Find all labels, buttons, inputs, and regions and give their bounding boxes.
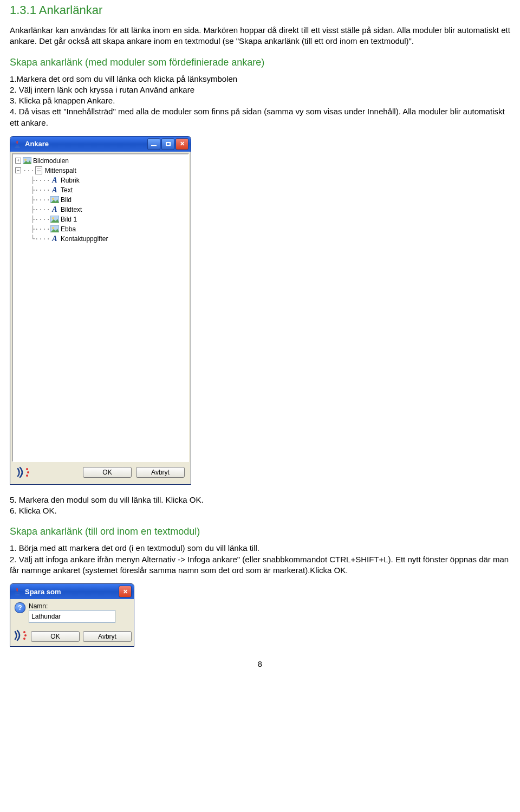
name-label: Namn: [29, 602, 131, 610]
tree-node-ebba[interactable]: ├···· Ebba [15, 224, 186, 234]
tree-label: Ebba [61, 225, 76, 233]
svg-point-6 [52, 217, 54, 219]
step-6: 6. Klicka OK. [10, 505, 510, 516]
save-as-title: Spara som [25, 588, 61, 596]
svg-point-12 [15, 594, 20, 595]
java-icon [14, 587, 22, 596]
tree-node-mittenspalt[interactable]: − ··· Mittenspalt [15, 166, 186, 176]
image-icon [50, 216, 59, 223]
collapse-toggle-icon[interactable]: − [15, 167, 21, 173]
svg-point-2 [24, 159, 27, 161]
save-as-titlebar[interactable]: Spara som ✕ [10, 584, 134, 599]
image-icon [50, 196, 59, 204]
tree-node-bild1[interactable]: ├···· Bild 1 [15, 215, 186, 224]
step2-1: 1. Börja med att markera det ord (i en t… [10, 543, 510, 554]
brand-icon [16, 466, 30, 478]
text-a-icon: A [50, 235, 59, 243]
tree-node-bild[interactable]: ├···· Bild [15, 195, 186, 205]
page-number: 8 [10, 660, 510, 668]
instruction-list-1b: 5. Markera den modul som du vill länka t… [10, 495, 510, 517]
help-icon[interactable]: ? [15, 602, 25, 613]
ankare-dialog: Ankare ✕ + Bildmodulen − [10, 136, 191, 485]
instruction-list-1: 1.Markera det ord som du vill länka och … [10, 74, 510, 128]
maximize-button[interactable] [161, 138, 174, 150]
subhead-2: Skapa ankarlänk (till ord inom en textmo… [10, 526, 510, 537]
step-4: 4. Då visas ett "Innehållsträd" med alla… [10, 106, 510, 128]
java-icon [14, 140, 22, 148]
section-heading: 1.3.1 Ankarlänkar [10, 3, 510, 17]
tree-label: Mittenspalt [45, 167, 76, 174]
image-icon [50, 225, 59, 233]
text-a-icon: A [50, 206, 59, 213]
name-input[interactable] [29, 610, 115, 623]
expand-toggle-icon[interactable]: + [15, 158, 21, 164]
step-1: 1.Markera det ord som du vill länka och … [10, 74, 510, 85]
close-button[interactable]: ✕ [176, 138, 188, 150]
tree-label: Bildmodulen [33, 157, 69, 165]
svg-point-15 [23, 638, 25, 640]
cancel-button[interactable]: Avbryt [136, 467, 185, 478]
svg-point-13 [23, 631, 25, 633]
ankare-titlebar[interactable]: Ankare ✕ [10, 137, 191, 152]
image-module-icon [23, 157, 31, 165]
tree-label: Text [61, 186, 73, 194]
svg-point-10 [27, 471, 29, 473]
ankare-title: Ankare [25, 140, 49, 148]
tree-label: Bild 1 [61, 216, 77, 223]
step-2: 2. Välj intern länk och kryssa i rutan A… [10, 85, 510, 95]
tree-node-bildmodulen[interactable]: + Bildmodulen [15, 156, 186, 166]
text-a-icon: A [50, 177, 59, 184]
tree-label: Bild [61, 196, 72, 204]
brand-icon [14, 629, 28, 643]
subhead-1: Skapa ankarlänk (med moduler som fördefi… [10, 57, 510, 68]
tree-node-bildtext[interactable]: ├···· A Bildtext [15, 205, 186, 215]
anchor-tree[interactable]: + Bildmodulen − ··· Mittenspalt ├··· [13, 154, 188, 461]
step-5: 5. Markera den modul som du vill länka t… [10, 495, 510, 505]
ok-button[interactable]: OK [31, 631, 80, 642]
minimize-button[interactable] [147, 138, 160, 150]
cancel-button[interactable]: Avbryt [83, 631, 132, 642]
tree-node-rubrik[interactable]: ├···· A Rubrik [15, 176, 186, 185]
svg-point-14 [24, 634, 27, 636]
tree-node-text[interactable]: ├···· A Text [15, 185, 186, 195]
svg-point-8 [52, 227, 54, 229]
instruction-list-2: 1. Börja med att markera det ord (i en t… [10, 543, 510, 576]
svg-point-4 [52, 198, 54, 200]
step2-2: 2. Välj att infoga ankare ifrån menyn Al… [10, 554, 510, 576]
tree-label: Rubrik [61, 177, 80, 184]
close-button[interactable]: ✕ [119, 586, 132, 597]
svg-point-11 [26, 475, 28, 477]
tree-label: Kontaktuppgifter [61, 235, 108, 243]
svg-point-9 [26, 468, 28, 470]
tree-label: Bildtext [61, 206, 82, 213]
intro-paragraph: Ankarlänkar kan användas för att länka i… [10, 25, 510, 47]
text-a-icon: A [50, 186, 59, 194]
save-as-dialog: Spara som ✕ ? Namn: [10, 583, 134, 647]
tree-node-kontakt[interactable]: └···· A Kontaktuppgifter [15, 234, 186, 244]
page-icon [35, 167, 43, 174]
svg-point-0 [15, 147, 20, 148]
ok-button[interactable]: OK [83, 467, 132, 478]
step-3: 3. Klicka på knappen Ankare. [10, 95, 510, 106]
